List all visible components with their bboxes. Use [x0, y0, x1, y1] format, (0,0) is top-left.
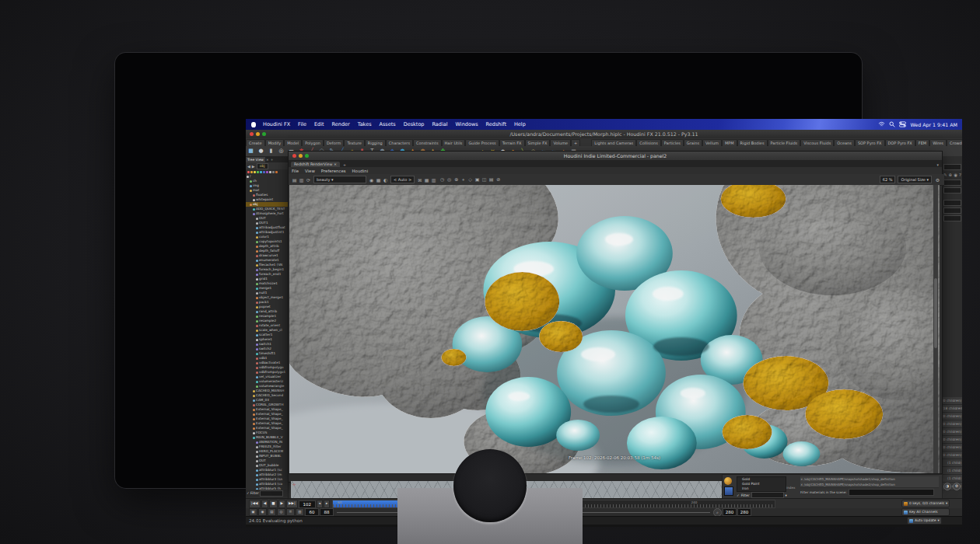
shelf-tab[interactable]: Particle Fluids [768, 139, 801, 146]
nav-forward-icon[interactable]: ▶ [252, 164, 255, 169]
toolbar-icon[interactable]: ⌖ [460, 176, 467, 183]
shelf-tab[interactable]: Volume [550, 139, 571, 146]
toolbar-icon[interactable]: ◫ [481, 176, 488, 183]
shelf-tab[interactable]: Terrain FX [499, 139, 525, 146]
transport-button[interactable]: |◀◀ [249, 500, 261, 508]
shelf-tab[interactable]: MPM [722, 139, 737, 146]
shelf-tab[interactable]: SOP Pyro FX [855, 139, 885, 146]
shelf-tab[interactable]: Hair Utils [442, 139, 466, 146]
menubar-item[interactable]: Redshift [482, 121, 510, 127]
step-back-icon[interactable]: ◂ [317, 500, 323, 508]
menubar-item[interactable]: Desktop [400, 121, 429, 127]
node-type-filter-icon[interactable] [260, 171, 262, 173]
shelf-tab[interactable]: + [571, 139, 580, 146]
shelf-tab[interactable]: Rigging [365, 139, 386, 146]
toolbar-icon[interactable]: ▣ [474, 176, 481, 183]
zoom-window-icon[interactable] [262, 132, 266, 136]
shelf-tab[interactable]: Lights and Cameras [591, 139, 636, 146]
param-field[interactable] [943, 200, 961, 206]
playbar-option-icon[interactable]: ◎ [277, 508, 285, 516]
shelf-tab[interactable]: Create [246, 139, 265, 146]
toolbar-icon[interactable]: ⊕ [453, 176, 460, 183]
snapshot-dropdown[interactable]: < Auto > [390, 176, 415, 183]
shelf-tab[interactable]: Wires [929, 139, 947, 146]
shelf-tab[interactable]: Polygon [302, 139, 324, 146]
param-field[interactable] [943, 164, 961, 170]
renderview-menu-item[interactable]: File [289, 169, 302, 173]
toolbar-icon[interactable]: ▥ [298, 177, 305, 183]
material-list-item[interactable]: Iron [737, 486, 786, 491]
param-field[interactable] [943, 207, 961, 214]
apple-menu-icon[interactable] [251, 122, 256, 127]
filter-check-icon[interactable]: ✓ [247, 491, 250, 495]
renderview-tab[interactable]: Redshift RenderView × [291, 162, 340, 167]
renderview-window-controls[interactable] [292, 154, 309, 158]
param-field[interactable] [943, 180, 961, 186]
filter-check-icon[interactable]: ✓ [737, 493, 740, 497]
transport-button[interactable]: ◀ [261, 500, 269, 508]
wifi-icon[interactable] [878, 121, 885, 127]
shelf-tab[interactable]: Deform [324, 139, 345, 146]
magnifier-icon[interactable]: ⌕ [713, 508, 722, 517]
step-forward-icon[interactable]: ▸ [324, 500, 330, 508]
material-sphere-icon[interactable] [724, 477, 732, 485]
close-window-icon[interactable] [292, 154, 296, 158]
scrollbar-thumb[interactable] [934, 278, 937, 348]
close-window-icon[interactable] [250, 132, 254, 136]
gear-icon[interactable]: ⚙ [953, 483, 961, 490]
half-shade-icon[interactable]: ◑ [943, 483, 951, 490]
nav-back-icon[interactable]: ◀ [247, 164, 250, 169]
shelf-tab[interactable]: Modify [265, 139, 285, 146]
shelf-tool-icon[interactable]: ▮ [266, 148, 276, 155]
toolbar-icon[interactable]: ◷ [439, 176, 446, 183]
toolbar-icon[interactable]: ⟳ [305, 177, 312, 183]
range-end-field-b[interactable]: 280 [737, 508, 751, 516]
toolbar-icon[interactable]: ⊘ [495, 176, 502, 183]
node-type-filter-icon[interactable] [266, 171, 268, 173]
control-center-icon[interactable] [899, 121, 906, 127]
toolbar-icon[interactable]: ◐ [382, 177, 389, 183]
shelf-tab[interactable]: Constraints [413, 139, 442, 146]
range-start-field[interactable]: 60 [305, 508, 319, 516]
node-type-filter-icon[interactable] [254, 171, 256, 173]
playbar-option-icon[interactable]: ▥ [296, 508, 304, 516]
transport-button[interactable]: ▶▶| [286, 500, 298, 508]
toolbar-icon[interactable]: ▥ [430, 177, 437, 183]
shelf-tab[interactable]: Characters [386, 139, 413, 146]
shelf-tool-icon[interactable]: ■ [246, 148, 256, 155]
toolbar-icon[interactable]: ◎ [446, 176, 453, 183]
shelf-tab[interactable]: Collisions [636, 139, 661, 146]
material-grid-icon[interactable] [724, 486, 733, 496]
shelf-tab[interactable]: Particles [661, 139, 684, 146]
current-frame-field[interactable]: 102 [299, 500, 316, 508]
renderview-menu-item[interactable]: Preferences [318, 169, 349, 173]
menubar-item[interactable]: Radial [429, 121, 452, 127]
zoom-level[interactable]: 62 % [880, 176, 896, 183]
tree-view-tab[interactable]: Tree View [246, 157, 265, 162]
toolbar-icon[interactable]: ◇ [467, 176, 474, 183]
tree-filter-input[interactable] [260, 490, 283, 497]
render-canvas[interactable]: Frame 102: 2026-02-06 20:03:58 (1m 54s) [289, 185, 940, 473]
shelf-tab[interactable]: Guide Process [465, 139, 499, 146]
menubar-item[interactable]: File [294, 121, 310, 127]
toolbar-icon[interactable]: ▤ [291, 177, 298, 183]
param-field[interactable] [943, 187, 961, 194]
renderview-menu-item[interactable]: View [302, 169, 318, 173]
toolbar-icon[interactable]: ▤ [488, 176, 495, 183]
tree-tab-add-icon[interactable]: + [269, 158, 274, 162]
canvas-scrollbar[interactable] [933, 185, 938, 473]
auto-update-dropdown[interactable]: Auto Update ▾ [907, 517, 942, 525]
node-type-filter-icon[interactable] [250, 171, 253, 173]
transport-button[interactable]: ▶ [278, 500, 286, 508]
node-type-filter-icon[interactable] [269, 171, 271, 173]
playbar-option-icon[interactable]: ◉ [258, 508, 267, 516]
menubar-clock[interactable]: Wed Apr 1 9:41 AM [910, 122, 957, 127]
shelf-tool-icon[interactable]: ◎ [276, 148, 286, 155]
menubar-item[interactable]: Takes [354, 121, 376, 127]
playbar-option-icon[interactable]: ≡ [286, 508, 295, 516]
tab-close-icon[interactable]: × [334, 162, 337, 166]
tree-path[interactable]: obj [257, 163, 268, 169]
menubar-item[interactable]: Houdini FX [259, 121, 294, 127]
shelf-tab[interactable]: Viscous Fluids [800, 139, 834, 146]
node-type-filter-icon[interactable] [275, 171, 278, 173]
